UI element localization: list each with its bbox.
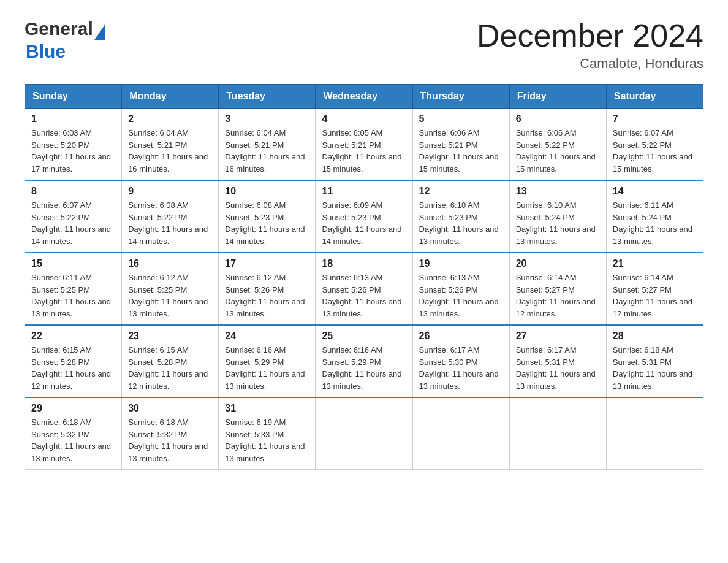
day-number: 2	[128, 113, 212, 124]
day-number: 17	[225, 258, 309, 269]
calendar-week-row: 15 Sunrise: 6:11 AMSunset: 5:25 PMDaylig…	[25, 253, 703, 325]
calendar-header-row: SundayMondayTuesdayWednesdayThursdayFrid…	[25, 85, 703, 109]
day-info: Sunrise: 6:17 AMSunset: 5:30 PMDaylight:…	[419, 345, 499, 391]
calendar-day-cell: 31 Sunrise: 6:19 AMSunset: 5:33 PMDaylig…	[219, 397, 316, 470]
calendar-week-row: 22 Sunrise: 6:15 AMSunset: 5:28 PMDaylig…	[25, 325, 703, 397]
day-number: 30	[128, 403, 212, 414]
day-info: Sunrise: 6:13 AMSunset: 5:26 PMDaylight:…	[322, 273, 401, 318]
weekday-header-tuesday: Tuesday	[219, 85, 316, 109]
calendar-day-cell: 5 Sunrise: 6:06 AMSunset: 5:21 PMDayligh…	[412, 109, 509, 181]
calendar-day-cell: 20 Sunrise: 6:14 AMSunset: 5:27 PMDaylig…	[509, 253, 606, 325]
calendar-day-cell: 27 Sunrise: 6:17 AMSunset: 5:31 PMDaylig…	[509, 325, 606, 397]
calendar-day-cell: 14 Sunrise: 6:11 AMSunset: 5:24 PMDaylig…	[606, 180, 703, 253]
day-info: Sunrise: 6:13 AMSunset: 5:26 PMDaylight:…	[419, 273, 499, 318]
weekday-header-saturday: Saturday	[606, 85, 703, 109]
calendar-day-cell: 23 Sunrise: 6:15 AMSunset: 5:28 PMDaylig…	[122, 325, 219, 397]
day-number: 24	[225, 331, 309, 342]
calendar-day-cell: 3 Sunrise: 6:04 AMSunset: 5:21 PMDayligh…	[219, 109, 316, 181]
day-number: 26	[419, 331, 503, 342]
calendar-table: SundayMondayTuesdayWednesdayThursdayFrid…	[25, 84, 703, 470]
calendar-day-cell: 24 Sunrise: 6:16 AMSunset: 5:29 PMDaylig…	[219, 325, 316, 397]
day-info: Sunrise: 6:07 AMSunset: 5:22 PMDaylight:…	[31, 201, 111, 246]
day-number: 4	[322, 113, 406, 124]
calendar-day-cell: 18 Sunrise: 6:13 AMSunset: 5:26 PMDaylig…	[316, 253, 412, 325]
day-info: Sunrise: 6:16 AMSunset: 5:29 PMDaylight:…	[225, 345, 305, 391]
day-number: 7	[613, 113, 697, 124]
day-number: 5	[419, 113, 503, 124]
day-info: Sunrise: 6:14 AMSunset: 5:27 PMDaylight:…	[613, 273, 692, 318]
day-number: 29	[31, 403, 115, 414]
day-info: Sunrise: 6:12 AMSunset: 5:26 PMDaylight:…	[225, 273, 305, 318]
day-info: Sunrise: 6:11 AMSunset: 5:25 PMDaylight:…	[31, 273, 111, 318]
day-number: 6	[516, 113, 600, 124]
day-info: Sunrise: 6:19 AMSunset: 5:33 PMDaylight:…	[225, 418, 305, 463]
day-number: 25	[322, 331, 406, 342]
day-info: Sunrise: 6:07 AMSunset: 5:22 PMDaylight:…	[613, 128, 692, 174]
calendar-day-cell	[509, 397, 606, 470]
calendar-day-cell	[316, 397, 412, 470]
calendar-day-cell: 6 Sunrise: 6:06 AMSunset: 5:22 PMDayligh…	[509, 109, 606, 181]
day-info: Sunrise: 6:04 AMSunset: 5:21 PMDaylight:…	[225, 128, 305, 174]
day-info: Sunrise: 6:08 AMSunset: 5:22 PMDaylight:…	[128, 201, 208, 246]
day-info: Sunrise: 6:11 AMSunset: 5:24 PMDaylight:…	[613, 201, 692, 246]
calendar-day-cell: 22 Sunrise: 6:15 AMSunset: 5:28 PMDaylig…	[25, 325, 122, 397]
day-number: 19	[419, 258, 503, 269]
day-number: 16	[128, 258, 212, 269]
calendar-day-cell: 13 Sunrise: 6:10 AMSunset: 5:24 PMDaylig…	[509, 180, 606, 253]
day-info: Sunrise: 6:05 AMSunset: 5:21 PMDaylight:…	[322, 128, 401, 174]
day-info: Sunrise: 6:18 AMSunset: 5:32 PMDaylight:…	[128, 418, 208, 463]
day-info: Sunrise: 6:15 AMSunset: 5:28 PMDaylight:…	[128, 345, 208, 391]
day-info: Sunrise: 6:16 AMSunset: 5:29 PMDaylight:…	[322, 345, 401, 391]
day-number: 15	[31, 258, 115, 269]
calendar-day-cell	[412, 397, 509, 470]
page-header: General Blue December 2024 Camalote, Hon…	[25, 18, 703, 72]
calendar-day-cell: 21 Sunrise: 6:14 AMSunset: 5:27 PMDaylig…	[606, 253, 703, 325]
weekday-header-wednesday: Wednesday	[316, 85, 412, 109]
calendar-day-cell: 29 Sunrise: 6:18 AMSunset: 5:32 PMDaylig…	[25, 397, 122, 470]
day-info: Sunrise: 6:06 AMSunset: 5:21 PMDaylight:…	[419, 128, 499, 174]
calendar-week-row: 1 Sunrise: 6:03 AMSunset: 5:20 PMDayligh…	[25, 109, 703, 181]
calendar-day-cell: 8 Sunrise: 6:07 AMSunset: 5:22 PMDayligh…	[25, 180, 122, 253]
calendar-day-cell: 4 Sunrise: 6:05 AMSunset: 5:21 PMDayligh…	[316, 109, 412, 181]
day-info: Sunrise: 6:08 AMSunset: 5:23 PMDaylight:…	[225, 201, 305, 246]
title-section: December 2024 Camalote, Honduras	[477, 18, 703, 72]
day-number: 1	[31, 113, 115, 124]
logo-general-text: General	[25, 18, 93, 39]
calendar-day-cell: 17 Sunrise: 6:12 AMSunset: 5:26 PMDaylig…	[219, 253, 316, 325]
day-number: 28	[613, 331, 697, 342]
calendar-day-cell: 1 Sunrise: 6:03 AMSunset: 5:20 PMDayligh…	[25, 109, 122, 181]
day-number: 31	[225, 403, 309, 414]
day-number: 18	[322, 258, 406, 269]
calendar-day-cell: 26 Sunrise: 6:17 AMSunset: 5:30 PMDaylig…	[412, 325, 509, 397]
day-number: 21	[613, 258, 697, 269]
day-info: Sunrise: 6:09 AMSunset: 5:23 PMDaylight:…	[322, 201, 401, 246]
day-info: Sunrise: 6:12 AMSunset: 5:25 PMDaylight:…	[128, 273, 208, 318]
svg-marker-0	[94, 24, 105, 40]
calendar-day-cell: 2 Sunrise: 6:04 AMSunset: 5:21 PMDayligh…	[122, 109, 219, 181]
calendar-day-cell: 30 Sunrise: 6:18 AMSunset: 5:32 PMDaylig…	[122, 397, 219, 470]
day-number: 12	[419, 186, 503, 197]
day-info: Sunrise: 6:18 AMSunset: 5:32 PMDaylight:…	[31, 418, 111, 463]
day-number: 27	[516, 331, 600, 342]
day-info: Sunrise: 6:14 AMSunset: 5:27 PMDaylight:…	[516, 273, 596, 318]
calendar-day-cell: 10 Sunrise: 6:08 AMSunset: 5:23 PMDaylig…	[219, 180, 316, 253]
day-number: 23	[128, 331, 212, 342]
day-info: Sunrise: 6:15 AMSunset: 5:28 PMDaylight:…	[31, 345, 111, 391]
day-info: Sunrise: 6:10 AMSunset: 5:23 PMDaylight:…	[419, 201, 499, 246]
day-number: 11	[322, 186, 406, 197]
calendar-day-cell: 28 Sunrise: 6:18 AMSunset: 5:31 PMDaylig…	[606, 325, 703, 397]
logo-triangle-icon	[94, 24, 105, 40]
day-info: Sunrise: 6:10 AMSunset: 5:24 PMDaylight:…	[516, 201, 596, 246]
weekday-header-friday: Friday	[509, 85, 606, 109]
day-number: 9	[128, 186, 212, 197]
day-info: Sunrise: 6:18 AMSunset: 5:31 PMDaylight:…	[613, 345, 692, 391]
calendar-week-row: 8 Sunrise: 6:07 AMSunset: 5:22 PMDayligh…	[25, 180, 703, 253]
day-info: Sunrise: 6:17 AMSunset: 5:31 PMDaylight:…	[516, 345, 596, 391]
calendar-day-cell: 7 Sunrise: 6:07 AMSunset: 5:22 PMDayligh…	[606, 109, 703, 181]
logo: General Blue	[25, 18, 105, 61]
calendar-day-cell: 25 Sunrise: 6:16 AMSunset: 5:29 PMDaylig…	[316, 325, 412, 397]
calendar-title: December 2024	[477, 18, 703, 53]
calendar-day-cell: 19 Sunrise: 6:13 AMSunset: 5:26 PMDaylig…	[412, 253, 509, 325]
logo-blue-text: Blue	[26, 41, 66, 61]
calendar-subtitle: Camalote, Honduras	[477, 56, 703, 72]
